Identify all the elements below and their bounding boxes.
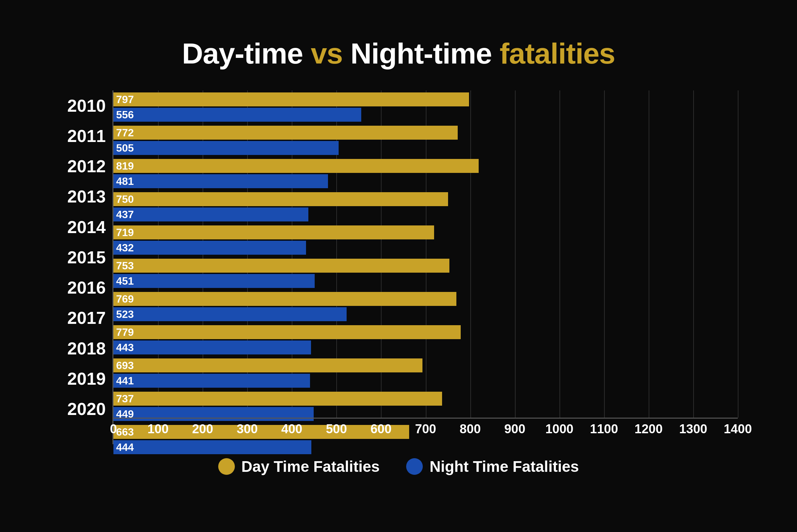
day-label-2016: 769 xyxy=(116,293,134,305)
night-label-2011: 505 xyxy=(116,142,134,154)
x-tick-1200: 1200 xyxy=(635,422,663,436)
night-label-2018: 441 xyxy=(116,375,134,387)
day-bar-wrap-2017: 779 xyxy=(113,325,738,339)
day-bar-2016: 769 xyxy=(113,292,457,306)
day-label-2012: 819 xyxy=(116,160,134,172)
night-bar-wrap-2016: 523 xyxy=(113,307,738,321)
chart-title: Day-time vs Night-time fatalities xyxy=(59,37,738,71)
day-bar-wrap-2010: 797 xyxy=(113,92,738,107)
legend-day: Day Time Fatalities xyxy=(218,457,380,475)
day-label-2018: 693 xyxy=(116,359,134,372)
night-legend-dot xyxy=(406,458,423,475)
day-bar-2013: 750 xyxy=(113,192,448,206)
bars-area: 7975567725058194817504377194327534517695… xyxy=(112,91,738,418)
day-legend-label: Day Time Fatalities xyxy=(241,457,380,475)
y-axis: 2010201120122013201420152016201720182019… xyxy=(59,91,112,444)
bar-row-2012: 819481 xyxy=(113,157,738,190)
x-tick-200: 200 xyxy=(192,422,213,436)
bar-row-2011: 772505 xyxy=(113,124,738,157)
x-axis: 0100200300400500600700800900100011001200… xyxy=(112,418,738,444)
y-axis-label-2013: 2013 xyxy=(59,188,106,205)
day-bar-2014: 719 xyxy=(113,225,434,240)
night-bar-2010: 556 xyxy=(113,108,361,122)
night-label-2017: 443 xyxy=(116,341,134,354)
day-bar-2017: 779 xyxy=(113,325,461,339)
bar-row-2018: 693441 xyxy=(113,357,738,390)
night-label-2012: 481 xyxy=(116,175,134,188)
bar-row-2017: 779443 xyxy=(113,323,738,357)
night-bar-wrap-2015: 451 xyxy=(113,274,738,288)
day-bar-2019: 737 xyxy=(113,392,442,406)
bar-row-2016: 769523 xyxy=(113,290,738,323)
bar-row-2010: 797556 xyxy=(113,91,738,124)
x-tick-1100: 1100 xyxy=(590,422,618,436)
x-tick-300: 300 xyxy=(237,422,258,436)
day-bar-wrap-2012: 819 xyxy=(113,159,738,173)
day-bar-wrap-2018: 693 xyxy=(113,358,738,373)
rows-container: 7975567725058194817504377194327534517695… xyxy=(113,91,738,418)
y-axis-label-2012: 2012 xyxy=(59,158,106,175)
day-label-2019: 737 xyxy=(116,393,134,405)
y-axis-label-2017: 2017 xyxy=(59,309,106,326)
x-tick-1000: 1000 xyxy=(545,422,573,436)
day-bar-2018: 693 xyxy=(113,358,423,373)
x-tick-1300: 1300 xyxy=(679,422,707,436)
night-label-2016: 523 xyxy=(116,308,134,321)
day-label-2013: 750 xyxy=(116,193,134,206)
night-bar-wrap-2017: 443 xyxy=(113,341,738,355)
night-bar-2011: 505 xyxy=(113,141,339,155)
day-label-2014: 719 xyxy=(116,226,134,239)
night-bar-wrap-2013: 437 xyxy=(113,208,738,222)
legend-night: Night Time Fatalities xyxy=(406,457,579,475)
x-tick-800: 800 xyxy=(460,422,481,436)
day-bar-2012: 819 xyxy=(113,159,479,173)
night-label-2013: 437 xyxy=(116,208,134,221)
day-bar-wrap-2015: 753 xyxy=(113,259,738,273)
legend: Day Time Fatalities Night Time Fatalitie… xyxy=(59,457,738,475)
y-axis-label-2011: 2011 xyxy=(59,127,106,145)
y-axis-label-2018: 2018 xyxy=(59,340,106,357)
chart-area: 2010201120122013201420152016201720182019… xyxy=(59,91,738,444)
day-bar-wrap-2013: 750 xyxy=(113,192,738,206)
night-bar-wrap-2012: 481 xyxy=(113,174,738,188)
day-bar-2015: 753 xyxy=(113,259,449,273)
y-axis-label-2016: 2016 xyxy=(59,279,106,296)
x-tick-0: 0 xyxy=(110,422,117,436)
chart-container: Day-time vs Night-time fatalities 201020… xyxy=(33,17,764,515)
night-label-2010: 556 xyxy=(116,109,134,121)
day-label-2015: 753 xyxy=(116,260,134,272)
x-tick-100: 100 xyxy=(147,422,168,436)
bar-row-2014: 719432 xyxy=(113,224,738,257)
night-bar-wrap-2018: 441 xyxy=(113,374,738,388)
y-axis-label-2020: 2020 xyxy=(59,400,106,418)
night-legend-label: Night Time Fatalities xyxy=(429,457,579,475)
x-tick-700: 700 xyxy=(415,422,436,436)
y-axis-label-2015: 2015 xyxy=(59,249,106,266)
night-bar-2013: 437 xyxy=(113,208,308,222)
x-tick-500: 500 xyxy=(326,422,347,436)
night-bar-wrap-2014: 432 xyxy=(113,241,738,255)
night-bar-2012: 481 xyxy=(113,174,328,188)
vs-text: vs xyxy=(311,37,342,70)
night-bar-wrap-2010: 556 xyxy=(113,108,738,122)
day-legend-dot xyxy=(218,458,235,475)
day-bar-2011: 772 xyxy=(113,126,458,140)
night-bar-2014: 432 xyxy=(113,241,306,255)
day-bar-wrap-2011: 772 xyxy=(113,126,738,140)
night-bar-2018: 441 xyxy=(113,374,310,388)
x-tick-900: 900 xyxy=(504,422,525,436)
day-label-2017: 779 xyxy=(116,326,134,339)
night-bar-2017: 443 xyxy=(113,341,311,355)
night-bar-2015: 451 xyxy=(113,274,315,288)
day-bar-wrap-2019: 737 xyxy=(113,392,738,406)
bars-and-xaxis: 7975567725058194817504377194327534517695… xyxy=(112,91,738,444)
fatalities-text: fatalities xyxy=(500,37,615,70)
day-bar-2010: 797 xyxy=(113,92,469,107)
x-tick-1400: 1400 xyxy=(724,422,752,436)
night-label-2014: 432 xyxy=(116,242,134,254)
night-bar-wrap-2011: 505 xyxy=(113,141,738,155)
day-bar-wrap-2016: 769 xyxy=(113,292,738,306)
y-axis-label-2019: 2019 xyxy=(59,370,106,387)
night-bar-2016: 523 xyxy=(113,307,347,321)
x-tick-600: 600 xyxy=(371,422,391,436)
